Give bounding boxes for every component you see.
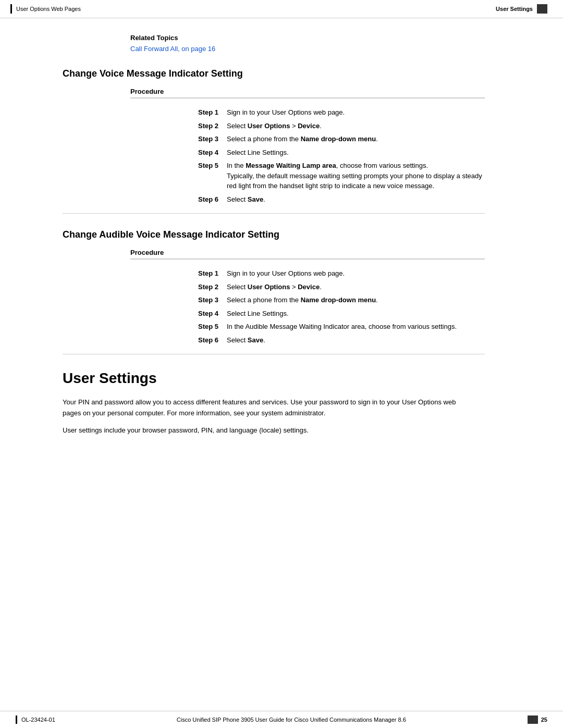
footer-page-number: 25 xyxy=(541,717,547,723)
header-right-block-icon xyxy=(537,4,547,14)
step-content: Sign in to your User Options web page. xyxy=(227,267,485,280)
related-topics-title: Related Topics xyxy=(130,34,485,42)
table-row: Step 6 Select Save. xyxy=(198,334,485,347)
table-row: Step 1 Sign in to your User Options web … xyxy=(198,106,485,119)
section1-title: Change Voice Message Indicator Setting xyxy=(63,68,485,79)
section2-rule-bottom xyxy=(63,354,485,354)
table-row: Step 6 Select Save. xyxy=(198,193,485,206)
step-label: Step 1 xyxy=(198,267,227,280)
section1-rule-top xyxy=(130,97,485,98)
table-row: Step 4 Select Line Settings. xyxy=(198,146,485,159)
step-content: In the Message Waiting Lamp area, choose… xyxy=(227,159,485,193)
section2-heading-wrapper: Change Audible Voice Message Indicator S… xyxy=(63,229,485,240)
user-settings-para2: User settings include your browser passw… xyxy=(63,425,469,436)
main-content: Related Topics Call Forward All, on page… xyxy=(0,18,500,484)
footer-right-block-icon xyxy=(528,715,538,724)
user-settings-section: User Settings Your PIN and password allo… xyxy=(63,370,485,436)
step-label: Step 3 xyxy=(198,132,227,146)
section2: Change Audible Voice Message Indicator S… xyxy=(63,229,485,354)
footer-left: OL-23424-01 xyxy=(16,715,55,724)
step-label: Step 1 xyxy=(198,106,227,119)
footer-center: Cisco Unified SIP Phone 3905 User Guide … xyxy=(55,717,528,723)
table-row: Step 5 In the Message Waiting Lamp area,… xyxy=(198,159,485,193)
footer-document-title: Cisco Unified SIP Phone 3905 User Guide … xyxy=(177,717,406,723)
table-row: Step 3 Select a phone from the Name drop… xyxy=(198,132,485,146)
step-label: Step 2 xyxy=(198,280,227,294)
section1: Change Voice Message Indicator Setting P… xyxy=(63,68,485,214)
table-row: Step 2 Select User Options > Device. xyxy=(198,119,485,133)
related-topics-link[interactable]: Call Forward All, on page 16 xyxy=(130,45,215,53)
footer-right: 25 xyxy=(528,715,547,724)
section2-procedure-label: Procedure xyxy=(130,249,485,256)
page-header: User Options Web Pages User Settings xyxy=(0,0,563,18)
header-section-label: User Settings xyxy=(496,6,533,12)
table-row: Step 1 Sign in to your User Options web … xyxy=(198,267,485,280)
section1-steps: Step 1 Sign in to your User Options web … xyxy=(130,106,485,206)
section1-steps-table: Step 1 Sign in to your User Options web … xyxy=(198,106,485,206)
step-label: Step 2 xyxy=(198,119,227,133)
header-left-bar-icon xyxy=(10,4,12,14)
step-label: Step 6 xyxy=(198,334,227,347)
section2-rule-top xyxy=(130,258,485,260)
step-content: Select User Options > Device. xyxy=(227,280,485,294)
page-footer: OL-23424-01 Cisco Unified SIP Phone 3905… xyxy=(0,711,563,728)
user-settings-title: User Settings xyxy=(63,370,485,387)
header-breadcrumb: User Options Web Pages xyxy=(16,6,81,12)
section1-procedure: Procedure Step 1 Sign in to your User Op… xyxy=(63,88,485,206)
related-topics-section: Related Topics Call Forward All, on page… xyxy=(63,34,485,53)
step-content: Select a phone from the Name drop-down m… xyxy=(227,293,485,307)
step-content: Sign in to your User Options web page. xyxy=(227,106,485,119)
section2-procedure: Procedure Step 1 Sign in to your User Op… xyxy=(63,249,485,347)
step-content: Select Line Settings. xyxy=(227,307,485,320)
step-label: Step 5 xyxy=(198,159,227,193)
section1-rule-bottom xyxy=(63,213,485,214)
step-content: Select Save. xyxy=(227,193,485,206)
section1-heading-wrapper: Change Voice Message Indicator Setting xyxy=(63,68,485,79)
footer-left-bar-icon xyxy=(16,715,17,724)
step-label: Step 6 xyxy=(198,193,227,206)
step-content: Select User Options > Device. xyxy=(227,119,485,133)
step-content: Select a phone from the Name drop-down m… xyxy=(227,132,485,146)
step-label: Step 4 xyxy=(198,146,227,159)
table-row: Step 4 Select Line Settings. xyxy=(198,307,485,320)
step-content: In the Audible Message Waiting Indicator… xyxy=(227,320,485,334)
step-label: Step 3 xyxy=(198,293,227,307)
header-right: User Settings xyxy=(496,4,547,14)
step-label: Step 5 xyxy=(198,320,227,334)
user-settings-para1: Your PIN and password allow you to acces… xyxy=(63,397,469,419)
section2-title: Change Audible Voice Message Indicator S… xyxy=(63,229,485,240)
table-row: Step 5 In the Audible Message Waiting In… xyxy=(198,320,485,334)
header-left: User Options Web Pages xyxy=(10,4,81,14)
section1-procedure-label: Procedure xyxy=(130,88,485,95)
footer-document-id: OL-23424-01 xyxy=(21,717,55,723)
table-row: Step 2 Select User Options > Device. xyxy=(198,280,485,294)
section2-steps: Step 1 Sign in to your User Options web … xyxy=(130,267,485,347)
step-label: Step 4 xyxy=(198,307,227,320)
table-row: Step 3 Select a phone from the Name drop… xyxy=(198,293,485,307)
step-content: Select Save. xyxy=(227,334,485,347)
section2-steps-table: Step 1 Sign in to your User Options web … xyxy=(198,267,485,347)
step-content: Select Line Settings. xyxy=(227,146,485,159)
